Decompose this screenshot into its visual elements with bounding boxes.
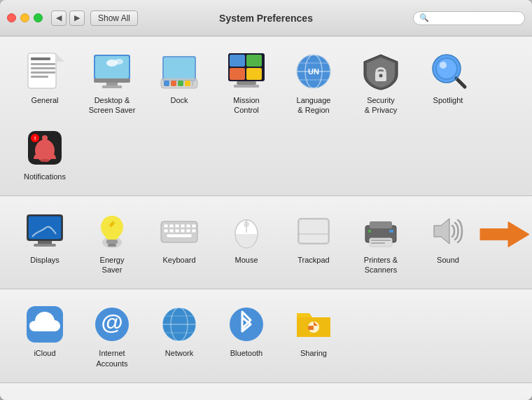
svg-rect-21: [192, 81, 193, 86]
svg-rect-56: [106, 240, 118, 244]
svg-rect-6: [31, 76, 48, 78]
svg-rect-86: [389, 230, 393, 233]
svg-point-40: [437, 59, 456, 78]
datetime-icon: 18: [293, 397, 335, 400]
pref-language[interactable]: UN Language& Region: [283, 48, 344, 118]
svg-rect-11: [94, 78, 130, 83]
svg-rect-13: [102, 85, 122, 88]
svg-rect-26: [246, 68, 262, 80]
section-system: Users &Groups ParentalCo: [0, 383, 532, 400]
svg-line-42: [456, 78, 465, 87]
mouse-icon: [225, 210, 267, 252]
sound-icon: [427, 210, 469, 252]
personal-icons-grid: General D: [14, 48, 518, 184]
close-button[interactable]: [7, 13, 16, 22]
search-input[interactable]: [432, 13, 519, 23]
svg-marker-89: [480, 222, 529, 247]
pref-parental[interactable]: ParentalControls: [81, 394, 143, 400]
bluetooth-label: Bluetooth: [230, 348, 262, 358]
svg-rect-63: [169, 224, 174, 228]
svg-rect-102: [308, 326, 314, 330]
svg-rect-8: [95, 56, 129, 78]
pref-bluetooth[interactable]: Bluetooth: [216, 301, 277, 361]
arrow-annotation: [473, 219, 529, 250]
trackpad-label: Trackpad: [298, 255, 329, 265]
pref-dictation[interactable]: Dictation& Speech: [216, 394, 277, 400]
pref-dock[interactable]: Dock: [148, 48, 210, 108]
pref-notifications[interactable]: ! Notifications: [14, 124, 76, 184]
svg-rect-84: [371, 240, 391, 241]
spotlight-icon: [427, 50, 469, 92]
svg-rect-79: [300, 220, 328, 242]
system-icons-grid: Users &Groups ParentalCo: [14, 394, 518, 400]
language-icon: UN: [293, 50, 335, 92]
pref-timemachine[interactable]: TimeMachine: [417, 394, 479, 400]
network-label: Network: [165, 348, 193, 358]
svg-rect-19: [178, 81, 183, 86]
dock-icon: [158, 50, 200, 92]
trackpad-icon: [293, 210, 335, 252]
pref-general[interactable]: General: [14, 48, 76, 108]
svg-rect-82: [370, 221, 392, 228]
svg-rect-68: [164, 229, 168, 233]
svg-rect-12: [106, 83, 118, 85]
svg-rect-71: [181, 229, 185, 233]
minimize-button[interactable]: [20, 13, 29, 22]
svg-rect-25: [230, 68, 245, 80]
pref-security[interactable]: Security& Privacy: [350, 48, 412, 118]
pref-datetime[interactable]: 18 Date & Time: [283, 394, 344, 400]
appstore-icon: A: [158, 397, 200, 400]
pref-keyboard[interactable]: Keyboard: [148, 207, 210, 268]
svg-point-10: [115, 59, 123, 64]
search-icon: 🔍: [419, 13, 429, 22]
svg-rect-69: [169, 229, 174, 233]
pref-startup[interactable]: ? StartupDisk: [350, 394, 412, 400]
pref-sound[interactable]: Sound: [417, 207, 479, 268]
internet-accounts-icon: @: [91, 303, 133, 345]
svg-rect-65: [181, 224, 185, 228]
pref-displays[interactable]: Displays: [14, 207, 76, 268]
svg-rect-27: [237, 81, 256, 85]
svg-point-41: [440, 62, 447, 69]
pref-mission[interactable]: MissionControl: [216, 48, 277, 118]
energy-icon: [91, 210, 133, 252]
svg-rect-20: [185, 81, 190, 86]
general-icon: [24, 50, 66, 92]
search-box[interactable]: 🔍: [413, 11, 525, 25]
svg-rect-2: [31, 57, 50, 60]
printers-label: Printers &Scanners: [364, 255, 398, 275]
dock-label: Dock: [170, 95, 188, 105]
pref-mouse[interactable]: Mouse: [216, 207, 277, 268]
preferences-content: General D: [0, 36, 532, 400]
svg-rect-70: [175, 229, 179, 233]
svg-text:UN: UN: [308, 67, 319, 76]
dictation-icon: [225, 397, 267, 400]
svg-rect-66: [186, 224, 190, 228]
main-window: ◀ ▶ Show All System Preferences 🔍: [0, 0, 532, 400]
section-personal: General D: [0, 36, 532, 196]
mission-label: MissionControl: [233, 95, 259, 116]
svg-rect-5: [31, 71, 55, 74]
pref-sharing[interactable]: Sharing: [283, 301, 344, 361]
svg-rect-3: [31, 63, 55, 65]
keyboard-icon: [158, 210, 200, 252]
svg-rect-47: [41, 159, 49, 162]
pref-desktop[interactable]: Desktop &Screen Saver: [81, 48, 143, 118]
pref-trackpad[interactable]: Trackpad: [283, 207, 344, 268]
show-all-button[interactable]: Show All: [90, 11, 138, 26]
pref-network[interactable]: Network: [148, 301, 210, 361]
pref-icloud[interactable]: iCloud: [14, 301, 76, 361]
pref-appstore[interactable]: A App Store: [148, 394, 210, 400]
pref-users[interactable]: Users &Groups: [14, 394, 76, 400]
general-label: General: [31, 95, 58, 105]
pref-printers[interactable]: Printers &Scanners: [350, 207, 412, 278]
back-button[interactable]: ◀: [51, 11, 66, 26]
svg-rect-53: [38, 241, 52, 244]
svg-rect-64: [175, 224, 179, 228]
pref-internet-accounts[interactable]: @ InternetAccounts: [81, 301, 143, 371]
maximize-button[interactable]: [34, 13, 43, 22]
svg-rect-17: [164, 81, 169, 86]
pref-energy[interactable]: EnergySaver: [81, 207, 143, 278]
pref-spotlight[interactable]: Spotlight: [417, 48, 479, 108]
forward-button[interactable]: ▶: [69, 11, 85, 26]
